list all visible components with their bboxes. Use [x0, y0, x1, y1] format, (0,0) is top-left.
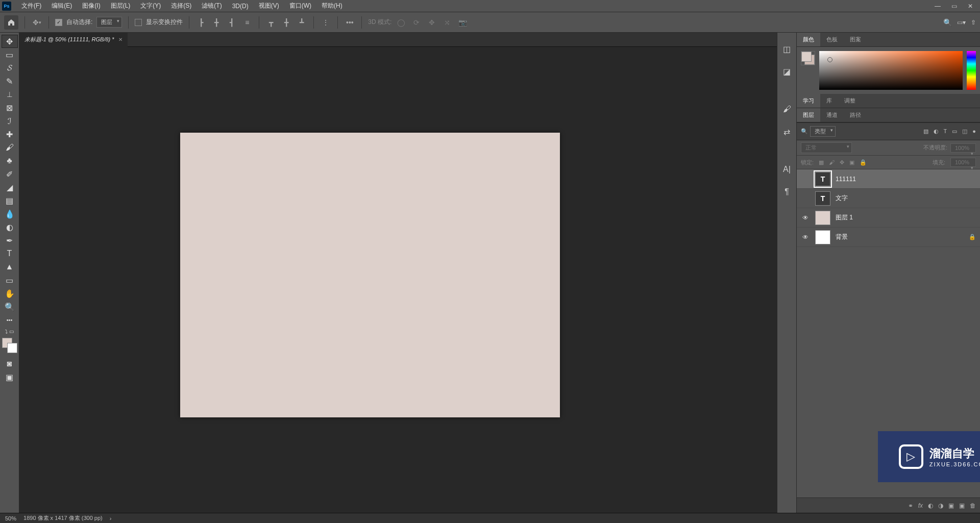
background-color[interactable] [7, 343, 17, 353]
hand-tool[interactable]: ✋ [2, 287, 18, 300]
gradient-tool[interactable]: ▤ [2, 194, 18, 207]
dodge-tool[interactable]: ◐ [2, 220, 18, 234]
menu-3d[interactable]: 3D(D) [227, 1, 254, 11]
history-brush-tool[interactable]: ✐ [2, 167, 18, 181]
lock-transparency-icon[interactable]: ▩ [819, 159, 824, 166]
align-hcenter-icon[interactable]: ╋ [211, 17, 222, 28]
layer-row[interactable]: 👁 背景 🔒 [797, 228, 980, 247]
close-tab-icon[interactable]: ✕ [118, 37, 122, 42]
filter-pixel-icon[interactable]: ▧ [923, 128, 928, 135]
tab-adjust[interactable]: 调整 [838, 94, 862, 108]
tab-library[interactable]: 库 [820, 94, 838, 108]
more-options-icon[interactable]: ••• [344, 17, 355, 28]
blend-mode-dropdown[interactable]: 正常 [801, 142, 852, 153]
type-tool[interactable]: T [2, 247, 18, 260]
menu-file[interactable]: 文件(F) [16, 0, 46, 12]
new-layer-icon[interactable]: ▣ [959, 502, 965, 509]
layer-thumbnail-type-icon[interactable]: T [815, 172, 830, 186]
canvas-viewport[interactable] [19, 47, 777, 513]
layer-row[interactable]: T 文字 [797, 189, 980, 208]
document-info[interactable]: 1890 像素 x 1417 像素 (300 pp) [23, 514, 103, 522]
layer-filter-dropdown[interactable]: 类型 [810, 126, 836, 137]
align-top-icon[interactable]: ┳ [265, 17, 277, 28]
layer-name[interactable]: 背景 [836, 233, 848, 241]
tab-color[interactable]: 颜色 [797, 33, 820, 46]
group-icon[interactable]: ▣ [948, 502, 954, 509]
menu-edit[interactable]: 编辑(E) [46, 0, 77, 12]
filter-smart-icon[interactable]: ◫ [962, 128, 967, 135]
shape-tool[interactable]: ▭ [2, 273, 18, 287]
lasso-tool[interactable]: 𝓢 [2, 61, 18, 74]
fill-input[interactable]: 100% [950, 158, 976, 167]
delete-layer-icon[interactable]: 🗑 [970, 502, 976, 509]
swap-colors-icon[interactable]: ⤵ ▭ [2, 327, 18, 336]
more-tools-icon[interactable]: ••• [2, 313, 18, 327]
blur-tool[interactable]: 💧 [2, 207, 18, 220]
chevron-right-icon[interactable]: › [110, 515, 112, 521]
menu-image[interactable]: 图像(I) [77, 0, 105, 12]
align-right-icon[interactable]: ┫ [226, 17, 237, 28]
zoom-tool[interactable]: 🔍 [2, 300, 18, 313]
canvas[interactable] [180, 133, 560, 417]
adjustments-panel-icon[interactable]: ⇄ [781, 126, 793, 138]
close-button[interactable]: ✕ [963, 2, 978, 11]
search-icon[interactable]: 🔍 [943, 18, 952, 27]
frame-tool[interactable]: ⊠ [2, 101, 18, 114]
fx-icon[interactable]: fx [918, 502, 923, 509]
visibility-toggle[interactable]: 👁 [801, 214, 810, 221]
tab-layers[interactable]: 图层 [797, 108, 820, 122]
hue-slider[interactable] [967, 51, 976, 90]
menu-view[interactable]: 视图(V) [254, 0, 284, 12]
show-transform-checkbox[interactable] [135, 19, 142, 26]
color-panel-swatch[interactable] [801, 51, 815, 65]
menu-select[interactable]: 选择(S) [166, 0, 197, 12]
adjustment-layer-icon[interactable]: ◑ [938, 502, 943, 509]
lock-all-icon[interactable]: 🔒 [860, 159, 867, 166]
minimize-button[interactable]: — [930, 2, 945, 11]
character-panel-icon[interactable]: A| [781, 163, 793, 176]
brushes-panel-icon[interactable]: 🖌 [781, 103, 793, 115]
eraser-tool[interactable]: ◢ [2, 181, 18, 194]
menu-type[interactable]: 文字(Y) [135, 0, 166, 12]
layout-icon[interactable]: ▭▾ [957, 19, 966, 26]
mask-icon[interactable]: ◐ [928, 502, 933, 509]
filter-type-icon[interactable]: T [944, 128, 947, 135]
align-vcenter-icon[interactable]: ╋ [281, 17, 292, 28]
layer-name[interactable]: 文字 [836, 194, 848, 203]
menu-window[interactable]: 窗口(W) [284, 0, 316, 12]
lock-image-icon[interactable]: 🖌 [829, 159, 835, 165]
layer-row[interactable]: 👁 图层 1 [797, 208, 980, 228]
tab-channels[interactable]: 通道 [820, 108, 844, 122]
share-icon[interactable]: ⇧ [971, 19, 976, 26]
layer-thumbnail[interactable] [815, 230, 830, 244]
move-tool-icon[interactable]: ✥ ▾ [31, 17, 42, 28]
maximize-button[interactable]: ▭ [946, 2, 962, 11]
fg-swatch-icon[interactable] [801, 52, 812, 62]
marquee-tool[interactable]: ▭ [2, 48, 18, 61]
filter-adjustment-icon[interactable]: ◐ [934, 128, 939, 135]
eyedropper-tool[interactable]: ℐ [2, 114, 18, 128]
distribute-v-icon[interactable]: ⋮ [320, 17, 331, 28]
autoselect-checkbox[interactable]: ✓ [55, 19, 62, 26]
filter-shape-icon[interactable]: ▭ [952, 128, 957, 135]
opacity-input[interactable]: 100% [950, 143, 976, 153]
align-left-icon[interactable]: ┣ [195, 17, 207, 28]
lock-artboard-icon[interactable]: ▣ [849, 159, 854, 166]
autoselect-target-dropdown[interactable]: 图层 [96, 17, 122, 28]
tab-swatches[interactable]: 色板 [820, 33, 844, 46]
properties-panel-icon[interactable]: ◪ [781, 65, 793, 78]
filter-toggle-icon[interactable]: ● [972, 128, 976, 135]
brush-tool[interactable]: 🖌 [2, 141, 18, 154]
layer-name[interactable]: 111111 [836, 176, 856, 183]
wand-tool[interactable]: ✎ [2, 74, 18, 88]
align-bottom-icon[interactable]: ┻ [296, 17, 307, 28]
search-filter-icon[interactable]: 🔍 [801, 128, 808, 135]
layer-thumbnail[interactable] [815, 211, 830, 225]
tab-learn[interactable]: 学习 [797, 94, 820, 108]
tab-patterns[interactable]: 图案 [844, 33, 867, 46]
layer-thumbnail-type-icon[interactable]: T [815, 191, 830, 206]
distribute-icon[interactable]: ≡ [241, 17, 253, 28]
layer-name[interactable]: 图层 1 [836, 213, 853, 222]
screenmode-tool[interactable]: ▣ [2, 370, 18, 384]
stamp-tool[interactable]: ♣ [2, 154, 18, 167]
